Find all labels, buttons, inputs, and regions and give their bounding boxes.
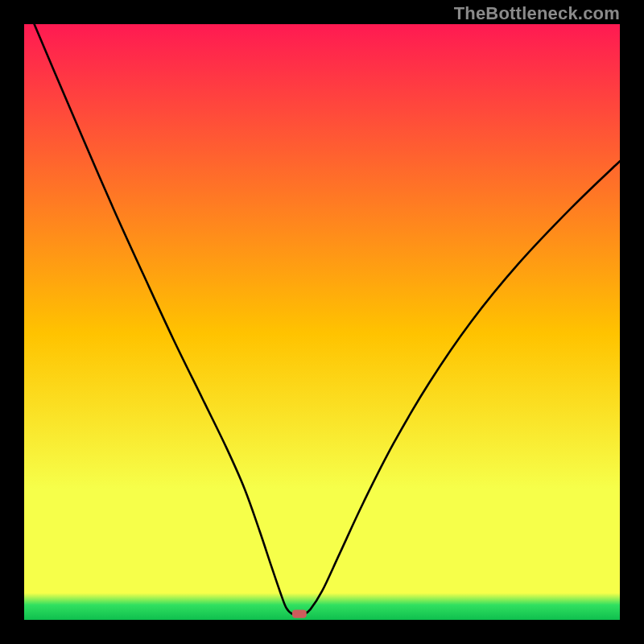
chart-svg xyxy=(24,24,620,620)
chart-frame: TheBottleneck.com xyxy=(0,0,644,644)
plot-area xyxy=(24,24,620,620)
gradient-background xyxy=(24,24,620,620)
optimal-marker xyxy=(292,609,307,617)
watermark-text: TheBottleneck.com xyxy=(454,3,620,24)
